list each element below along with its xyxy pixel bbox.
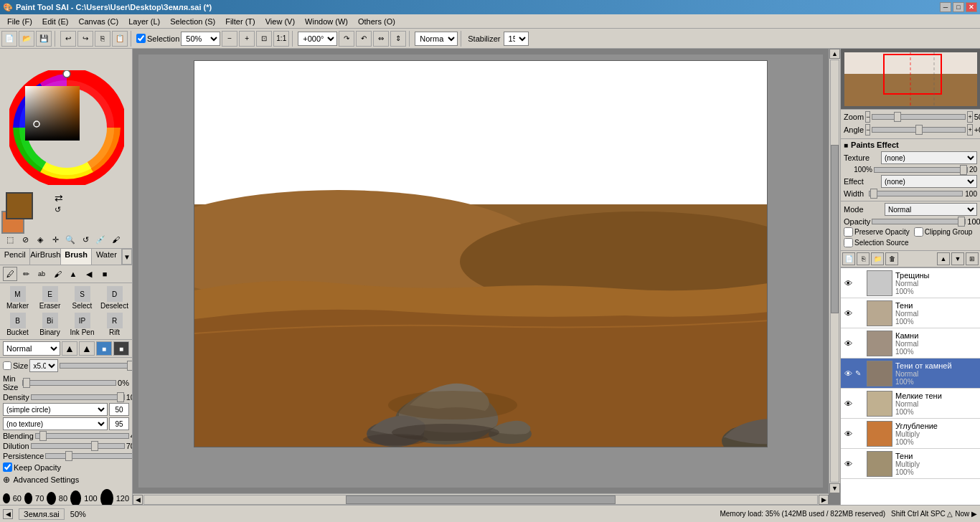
density-slider[interactable]: [31, 394, 125, 400]
tool-select[interactable]: S Select: [66, 285, 98, 311]
tool-deselect[interactable]: D Deselect: [98, 285, 131, 311]
tab-brush[interactable]: Brush: [61, 249, 91, 265]
size-multiplier-select[interactable]: x5.0: [29, 359, 58, 372]
brush-opt6[interactable]: ◀: [82, 267, 96, 281]
restore-button[interactable]: □: [953, 2, 964, 12]
scroll-track-v[interactable]: [830, 60, 839, 483]
tool-select-lasso[interactable]: ⊘: [18, 232, 32, 247]
size-checkbox[interactable]: [3, 361, 11, 370]
flip-v[interactable]: ⇕: [390, 31, 406, 47]
angle-minus-btn[interactable]: −: [865, 124, 870, 136]
selection-checkbox[interactable]: [136, 34, 146, 43]
brush-opt5[interactable]: ▲: [66, 267, 80, 281]
menu-layer[interactable]: Layer (L): [124, 16, 164, 27]
size-slider[interactable]: [60, 363, 133, 369]
blending-slider[interactable]: [35, 433, 129, 439]
toolbar-new[interactable]: 📄: [1, 31, 17, 47]
mode-select-lp[interactable]: Normal: [885, 203, 977, 216]
zoom-actual-btn[interactable]: 1:1: [273, 31, 289, 47]
stabilizer-select[interactable]: 15: [504, 32, 529, 46]
brush-opt1[interactable]: 🖊: [3, 267, 17, 281]
scroll-right-arrow[interactable]: ▶: [819, 495, 829, 505]
clipping-group-input[interactable]: [914, 227, 923, 237]
zoom-in-btn[interactable]: +: [239, 31, 255, 47]
zoom-out-btn[interactable]: −: [222, 31, 237, 47]
layer-item-teni-ot-kamney[interactable]: 👁 ✎ Тени от камней Normal 100%: [841, 359, 980, 389]
layer-visibility-0[interactable]: 👁: [842, 277, 854, 289]
tool-eyedropper[interactable]: 💉: [93, 232, 108, 247]
tool-bucket[interactable]: B Bucket: [1, 311, 34, 338]
pe-collapse-btn[interactable]: ■: [844, 141, 848, 149]
keep-opacity-checkbox[interactable]: [3, 462, 12, 472]
angle-plus-btn[interactable]: +: [967, 124, 972, 136]
minimize-button[interactable]: ─: [940, 2, 951, 12]
selection-source-input[interactable]: [844, 238, 853, 247]
toolbar-redo[interactable]: ↪: [77, 31, 93, 47]
layer-move-up-btn[interactable]: ▲: [937, 252, 950, 265]
toolbar-open[interactable]: 📂: [19, 31, 34, 47]
blend-mode-toolbar[interactable]: Normal: [415, 32, 458, 46]
layer-item-kamni[interactable]: 👁 Камни Normal 100%: [841, 328, 980, 359]
scroll-thumb-v[interactable]: [831, 145, 839, 313]
menu-file[interactable]: File (F): [3, 16, 37, 27]
offset-select[interactable]: +000°: [298, 32, 337, 46]
scale-slider-pe[interactable]: [874, 167, 968, 173]
menu-filter[interactable]: Filter (T): [221, 16, 260, 27]
effect-select-pe[interactable]: (none): [881, 175, 977, 188]
clipping-group-check[interactable]: Clipping Group: [914, 227, 973, 237]
canvas-scrollbar-horizontal[interactable]: ◀ ▶: [133, 493, 829, 505]
layer-copy-btn[interactable]: ⎘: [857, 252, 870, 265]
tab-water[interactable]: Water: [92, 249, 122, 265]
scroll-thumb-h[interactable]: [346, 495, 615, 504]
scroll-track-h[interactable]: [143, 495, 818, 505]
layer-item-uglublenie[interactable]: 👁 Углубление Multiply 100%: [841, 419, 980, 449]
tool-select-rect[interactable]: ⬚: [3, 232, 17, 247]
brush-opt3[interactable]: ab: [34, 267, 49, 281]
toolbar-paste[interactable]: 📋: [112, 31, 128, 47]
tool-zoom-in[interactable]: 🔍: [63, 232, 77, 247]
brush-tabs-scroll[interactable]: ▼: [122, 249, 132, 265]
tab-pencil[interactable]: Pencil: [0, 249, 30, 265]
layer-visibility-5[interactable]: 👁: [842, 428, 854, 440]
menu-selection[interactable]: Selection (S): [166, 16, 220, 27]
scroll-up-arrow[interactable]: ▲: [829, 49, 840, 59]
foreground-color-swatch[interactable]: [6, 192, 33, 219]
rotate-ccw[interactable]: ↶: [356, 31, 372, 47]
tool-move[interactable]: ✛: [48, 232, 62, 247]
zoom-slider[interactable]: [872, 114, 966, 120]
toolbar-copy[interactable]: ⎘: [95, 31, 110, 47]
tool-select-magic[interactable]: ◈: [33, 232, 47, 247]
blend-a[interactable]: ▲: [62, 341, 77, 356]
blend-c[interactable]: ■: [96, 341, 112, 356]
status-nav-left[interactable]: ◀: [3, 509, 13, 519]
min-size-slider[interactable]: [22, 380, 116, 386]
menu-edit[interactable]: Edit (E): [38, 16, 73, 27]
angle-slider[interactable]: [872, 127, 966, 133]
layer-visibility-6[interactable]: 👁: [842, 458, 854, 470]
scroll-down-arrow[interactable]: ▼: [829, 483, 840, 493]
persistence-slider[interactable]: [45, 453, 133, 459]
layer-item-melkie-teni[interactable]: 👁 Мелкие тени Normal 100%: [841, 389, 980, 419]
layer-delete-btn[interactable]: 🗑: [885, 252, 898, 265]
main-canvas[interactable]: [194, 60, 768, 447]
layer-folder-btn[interactable]: 📁: [871, 252, 884, 265]
canvas-scrollbar-vertical[interactable]: ▲ ▼: [829, 49, 840, 493]
scroll-left-arrow[interactable]: ◀: [133, 495, 143, 505]
layer-item-teni1[interactable]: 👁 Тени Normal 100%: [841, 298, 980, 328]
layer-move-down-btn[interactable]: ▼: [951, 252, 964, 265]
layer-visibility-2[interactable]: 👁: [842, 338, 854, 349]
layer-item-teni-multiply[interactable]: 👁 Тени Multiply 100%: [841, 449, 980, 479]
tool-fill[interactable]: 🖌: [108, 232, 123, 247]
brush-opt7[interactable]: ■: [98, 267, 112, 281]
tab-airbrush[interactable]: AirBrush: [30, 249, 61, 265]
tool-marker[interactable]: M Marker: [1, 285, 34, 311]
brush-shape-select[interactable]: (simple circle): [3, 403, 108, 416]
tool-rift[interactable]: R Rift: [98, 311, 131, 338]
layer-visibility-1[interactable]: 👁: [842, 308, 854, 319]
menu-window[interactable]: Window (W): [301, 16, 352, 27]
menu-view[interactable]: View (V): [261, 16, 299, 27]
blend-b[interactable]: ▲: [79, 341, 95, 356]
layer-item-treshiny[interactable]: 👁 Трещины Normal 100%: [841, 268, 980, 298]
selection-source-check[interactable]: Selection Source: [844, 238, 909, 247]
flip-h[interactable]: ⇔: [373, 31, 389, 47]
